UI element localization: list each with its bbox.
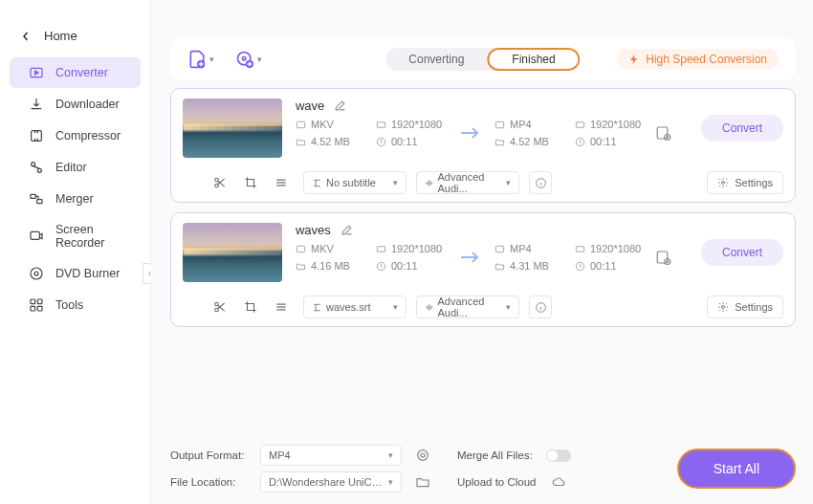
audio-dropdown[interactable]: Advanced Audi...▾ (416, 296, 519, 318)
edit-icon[interactable] (334, 99, 346, 112)
sidebar-item-editor[interactable]: Editor (10, 152, 141, 183)
sidebar-item-label: Downloader (55, 98, 120, 111)
video-thumbnail[interactable] (183, 223, 282, 282)
subtitle-dropdown[interactable]: waves.srt▾ (303, 296, 406, 318)
svg-point-5 (32, 163, 35, 166)
svg-point-50 (418, 450, 428, 461)
film-icon (494, 120, 505, 130)
clock-icon (376, 261, 386, 272)
high-speed-label: High Speed Conversion (646, 53, 767, 66)
merge-toggle[interactable] (546, 449, 571, 462)
cloud-icon[interactable] (551, 475, 566, 489)
settings-button[interactable]: Settings (707, 296, 783, 318)
folder-icon (494, 137, 505, 147)
clock-icon (575, 137, 585, 147)
svg-rect-21 (377, 121, 385, 127)
src-res: 1920*1080 (391, 243, 442, 254)
add-dvd-button[interactable]: ▾ (235, 50, 262, 69)
convert-button[interactable]: Convert (701, 239, 783, 266)
tab-converting[interactable]: Converting (385, 48, 487, 71)
sidebar-item-tools[interactable]: Tools (10, 290, 141, 320)
info-button[interactable] (529, 296, 552, 318)
upload-label: Upload to Cloud (457, 476, 536, 488)
home-nav[interactable]: Home (0, 21, 150, 56)
arrow-right-icon (459, 250, 482, 265)
dst-format: MP4 (510, 243, 532, 254)
file-location-dropdown[interactable]: D:\Wondershare UniConverter 1▾ (260, 471, 402, 493)
subtitle-icon (312, 302, 322, 313)
output-settings-icon[interactable] (415, 448, 430, 463)
output-settings-icon[interactable] (655, 249, 672, 266)
start-all-button[interactable]: Start All (677, 449, 796, 489)
convert-button[interactable]: Convert (701, 115, 783, 142)
svg-rect-41 (657, 252, 668, 263)
output-format-value: MP4 (269, 449, 291, 461)
trim-icon[interactable] (213, 300, 227, 314)
info-icon (535, 177, 547, 189)
settings-label: Settings (735, 301, 773, 313)
merge-label: Merge All Files: (457, 449, 533, 461)
more-icon[interactable] (275, 300, 288, 314)
high-speed-toggle[interactable]: High Speed Conversion (617, 49, 779, 70)
folder-icon (494, 261, 505, 272)
crop-icon[interactable] (244, 176, 257, 189)
file-location-label: File Location: (170, 476, 251, 488)
svg-point-51 (421, 453, 425, 457)
tools-icon (29, 297, 44, 313)
sidebar-item-label: Tools (55, 298, 83, 312)
resolution-icon (575, 120, 585, 130)
output-format-dropdown[interactable]: MP4▾ (260, 445, 402, 466)
file-location-value: D:\Wondershare UniConverter 1 (269, 476, 384, 488)
sidebar-item-converter[interactable]: Converter (10, 57, 141, 88)
svg-rect-15 (37, 306, 42, 311)
sidebar-item-label: Merger (55, 192, 94, 206)
add-file-icon (187, 50, 207, 69)
clock-icon (575, 261, 585, 272)
sidebar-item-dvd-burner[interactable]: DVD Burner (10, 258, 141, 289)
output-format-label: Output Format: (170, 449, 251, 461)
status-tabs: Converting Finished (385, 48, 580, 71)
home-label: Home (44, 29, 77, 43)
svg-rect-13 (37, 299, 42, 304)
edit-icon[interactable] (341, 224, 353, 236)
editor-icon (29, 160, 44, 175)
audio-dropdown[interactable]: Advanced Audi...▾ (416, 171, 519, 194)
subtitle-dropdown[interactable]: No subtitle▾ (303, 171, 406, 194)
src-dur: 00:11 (391, 260, 418, 272)
sidebar-item-label: Converter (55, 66, 108, 79)
sidebar-item-downloader[interactable]: Downloader (10, 89, 141, 120)
settings-button[interactable]: Settings (707, 171, 783, 194)
sidebar: Home Converter Downloader Compressor Edi… (0, 0, 151, 504)
open-folder-icon[interactable] (415, 474, 430, 490)
svg-point-6 (37, 168, 41, 172)
sidebar-item-merger[interactable]: Merger (10, 184, 141, 214)
sidebar-item-compressor[interactable]: Compressor (10, 121, 141, 151)
crop-icon[interactable] (244, 300, 257, 314)
add-dvd-icon (235, 50, 254, 69)
subtitle-value: waves.srt (326, 301, 370, 313)
clock-icon (376, 137, 386, 147)
add-file-button[interactable]: ▾ (187, 50, 214, 69)
footer: Output Format: MP4▾ Merge All Files: Fil… (170, 439, 796, 493)
svg-point-49 (722, 306, 725, 309)
video-thumbnail[interactable] (183, 99, 282, 158)
src-size: 4.52 MB (311, 136, 350, 147)
dst-res: 1920*1080 (590, 119, 641, 130)
dst-format: MP4 (510, 119, 532, 130)
more-icon[interactable] (275, 176, 288, 189)
dst-dur: 00:11 (590, 260, 617, 272)
gear-icon (717, 301, 729, 313)
info-button[interactable] (529, 171, 552, 194)
trim-icon[interactable] (213, 176, 227, 189)
chevron-left-icon (21, 32, 31, 41)
svg-point-10 (31, 268, 42, 279)
output-settings-icon[interactable] (655, 124, 672, 142)
tab-finished[interactable]: Finished (487, 48, 580, 71)
svg-rect-35 (297, 246, 304, 252)
src-format: MKV (311, 243, 334, 254)
downloader-icon (29, 97, 44, 112)
svg-rect-38 (495, 246, 503, 252)
toolbar: ▾ ▾ Converting Finished High Speed Conve… (170, 38, 796, 80)
svg-rect-39 (576, 246, 583, 252)
sidebar-item-screen-recorder[interactable]: Screen Recorder (10, 215, 141, 257)
